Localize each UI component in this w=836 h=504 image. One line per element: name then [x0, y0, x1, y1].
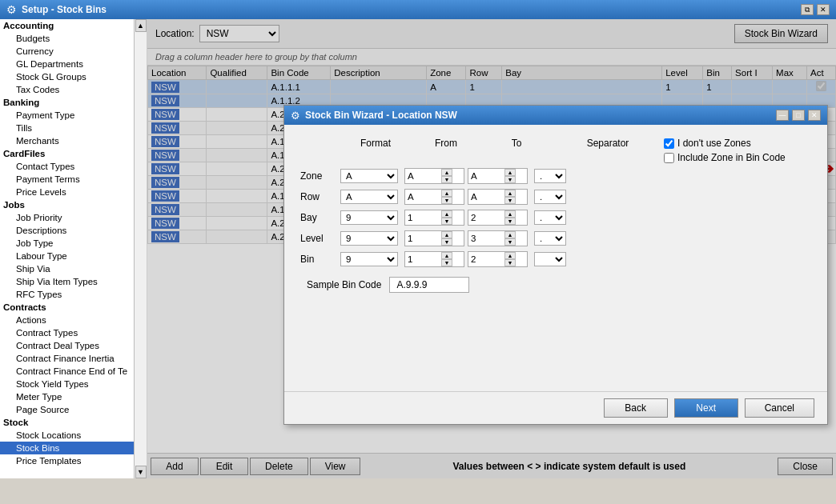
- sidebar-category-banking[interactable]: Banking: [0, 96, 134, 109]
- restore-btn[interactable]: ⧉: [801, 4, 814, 15]
- row-to-field: ▲ ▼: [468, 189, 528, 205]
- sidebar-item-tills[interactable]: Tills: [0, 122, 134, 134]
- modal-column-headers: Format From To Separator I don't use Zon…: [340, 138, 811, 163]
- bin-from-down[interactable]: ▼: [441, 259, 452, 266]
- level-from-input[interactable]: [405, 233, 441, 244]
- level-to-up[interactable]: ▲: [504, 231, 516, 238]
- sidebar-item-currency[interactable]: Currency: [0, 45, 134, 58]
- bin-sep-select[interactable]: .,: [534, 252, 566, 266]
- sidebar-category-contracts[interactable]: Contracts: [0, 301, 134, 314]
- sidebar-item-payment-type[interactable]: Payment Type: [0, 109, 134, 122]
- bin-format-select[interactable]: 9A: [340, 252, 398, 266]
- sidebar-scroll-down[interactable]: ▼: [135, 466, 147, 478]
- bay-to-input[interactable]: [468, 212, 504, 223]
- row-to-input[interactable]: [468, 191, 504, 202]
- sidebar-scroll-up[interactable]: ▲: [135, 19, 147, 32]
- sidebar-item-stock-locations[interactable]: Stock Locations: [0, 429, 134, 442]
- sidebar-item-price-levels[interactable]: Price Levels: [0, 186, 134, 198]
- sidebar-item-stock-bins[interactable]: Stock Bins: [0, 442, 134, 454]
- sidebar: Accounting Budgets Currency GL Departmen…: [0, 19, 135, 478]
- bay-to-up[interactable]: ▲: [504, 210, 516, 218]
- dont-use-zones-label[interactable]: I don't use Zones: [664, 138, 811, 149]
- bin-to-up[interactable]: ▲: [504, 252, 516, 259]
- sidebar-category-jobs[interactable]: Jobs: [0, 198, 134, 211]
- row-sep-select[interactable]: .,-: [534, 190, 566, 204]
- sidebar-item-job-type[interactable]: Job Type: [0, 237, 134, 250]
- bay-from-up[interactable]: ▲: [441, 210, 452, 218]
- bay-sep-select[interactable]: .,-: [534, 210, 566, 225]
- level-to-input[interactable]: [468, 233, 504, 244]
- bin-to-input[interactable]: [468, 254, 504, 265]
- modal-title: Stock Bin Wizard - Location NSW: [305, 110, 457, 121]
- next-button[interactable]: Next: [674, 398, 738, 418]
- sidebar-item-contract-finance-end[interactable]: Contract Finance End of Te: [0, 365, 134, 378]
- header-separator: Separator: [568, 138, 648, 163]
- modal-close-btn[interactable]: ✕: [808, 110, 821, 121]
- sidebar-item-price-templates[interactable]: Price Templates: [0, 454, 134, 467]
- sidebar-item-tax-codes[interactable]: Tax Codes: [0, 83, 134, 96]
- bay-from-down[interactable]: ▼: [441, 218, 452, 225]
- sidebar-item-budgets[interactable]: Budgets: [0, 32, 134, 45]
- header-format: Format: [340, 138, 411, 163]
- sidebar-item-contact-types[interactable]: Contact Types: [0, 160, 134, 173]
- level-from-down[interactable]: ▼: [441, 238, 452, 246]
- sidebar-item-contract-finance-inertia[interactable]: Contract Finance Inertia: [0, 352, 134, 365]
- bin-to-down[interactable]: ▼: [504, 259, 516, 266]
- level-from-up[interactable]: ▲: [441, 231, 452, 238]
- level-label: Level: [300, 233, 340, 244]
- zone-from-field: ▲ ▼: [404, 168, 464, 184]
- bay-from-input[interactable]: [405, 212, 441, 223]
- sidebar-category-accounting[interactable]: Accounting: [0, 19, 134, 32]
- sidebar-item-merchants[interactable]: Merchants: [0, 134, 134, 147]
- back-button[interactable]: Back: [604, 398, 668, 418]
- sidebar-item-stock-gl-groups[interactable]: Stock GL Groups: [0, 70, 134, 83]
- include-zone-checkbox[interactable]: [664, 153, 674, 163]
- level-format-select[interactable]: 9A: [340, 231, 398, 246]
- bay-to-down[interactable]: ▼: [504, 218, 516, 225]
- zone-from-input[interactable]: [405, 170, 441, 182]
- level-sep-select[interactable]: .,-: [534, 231, 566, 246]
- sidebar-item-descriptions[interactable]: Descriptions: [0, 224, 134, 237]
- zone-to-up[interactable]: ▲: [504, 169, 516, 176]
- zone-sep-select[interactable]: .,-: [534, 169, 566, 183]
- sidebar-item-page-source[interactable]: Page Source: [0, 403, 134, 416]
- row-from-input[interactable]: [405, 191, 441, 202]
- sidebar-item-job-priority[interactable]: Job Priority: [0, 211, 134, 224]
- modal-maximize-btn[interactable]: □: [792, 110, 805, 121]
- row-format-select[interactable]: A9: [340, 190, 398, 204]
- row-from-up[interactable]: ▲: [441, 190, 452, 197]
- zone-from-down[interactable]: ▼: [441, 176, 452, 183]
- sidebar-item-rfc-types[interactable]: RFC Types: [0, 288, 134, 301]
- sidebar-item-payment-terms[interactable]: Payment Terms: [0, 173, 134, 186]
- dont-use-zones-checkbox[interactable]: [664, 138, 674, 149]
- bin-from-input[interactable]: [405, 254, 441, 265]
- bin-row: Bin 9A ▲ ▼: [300, 251, 811, 267]
- modal-minimize-btn[interactable]: —: [776, 110, 789, 121]
- sidebar-item-stock-yield-types[interactable]: Stock Yield Types: [0, 378, 134, 390]
- sidebar-item-contract-deal-types[interactable]: Contract Deal Types: [0, 339, 134, 352]
- zone-row: Zone A9 ▲ ▼: [300, 168, 811, 184]
- cancel-button[interactable]: Cancel: [745, 398, 814, 418]
- zone-from-up[interactable]: ▲: [441, 169, 452, 176]
- zone-format-select[interactable]: A9: [340, 169, 398, 183]
- row-to-up[interactable]: ▲: [504, 190, 516, 197]
- zone-to-input[interactable]: [468, 170, 504, 182]
- close-btn-window[interactable]: ✕: [817, 4, 830, 15]
- bay-format-select[interactable]: 9A: [340, 210, 398, 225]
- sidebar-item-gl-departments[interactable]: GL Departments: [0, 58, 134, 70]
- row-to-down[interactable]: ▼: [504, 197, 516, 204]
- sidebar-item-ship-via-item-types[interactable]: Ship Via Item Types: [0, 275, 134, 288]
- row-from-down[interactable]: ▼: [441, 197, 452, 204]
- sidebar-item-labour-type[interactable]: Labour Type: [0, 250, 134, 262]
- level-to-down[interactable]: ▼: [504, 238, 516, 246]
- sidebar-category-stock[interactable]: Stock: [0, 416, 134, 429]
- sidebar-item-contract-types[interactable]: Contract Types: [0, 326, 134, 339]
- form-rows: Zone A9 ▲ ▼: [300, 168, 811, 267]
- sidebar-item-ship-via[interactable]: Ship Via: [0, 262, 134, 275]
- sidebar-item-actions[interactable]: Actions: [0, 314, 134, 326]
- sidebar-category-cardfiles[interactable]: CardFiles: [0, 147, 134, 160]
- zone-to-down[interactable]: ▼: [504, 176, 516, 183]
- include-zone-label[interactable]: Include Zone in Bin Code: [664, 152, 811, 163]
- bin-from-up[interactable]: ▲: [441, 252, 452, 259]
- sidebar-item-meter-type[interactable]: Meter Type: [0, 390, 134, 403]
